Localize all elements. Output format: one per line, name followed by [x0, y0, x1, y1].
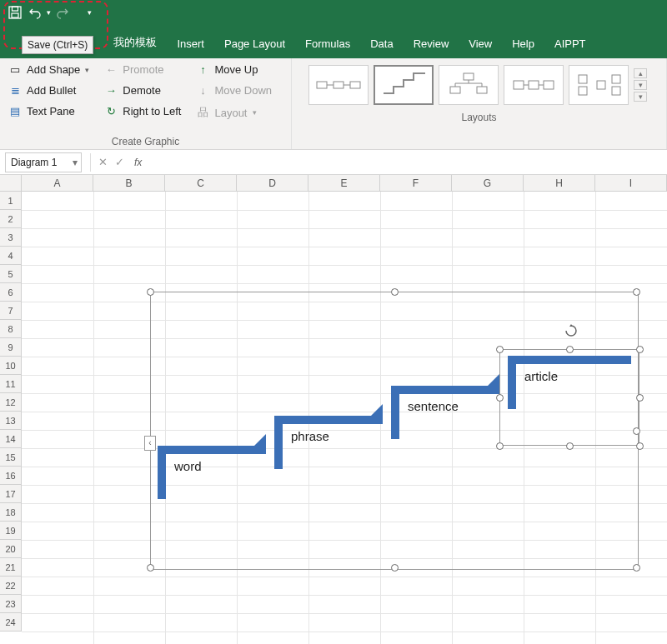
row-header[interactable]: 3: [0, 228, 22, 247]
svg-rect-19: [579, 87, 587, 95]
name-box[interactable]: Diagram 1 ▾: [5, 152, 82, 172]
selection-handle[interactable]: [633, 288, 640, 296]
enter-formula-button[interactable]: ✓: [111, 156, 128, 168]
step-shape[interactable]: [274, 416, 283, 469]
move-up-button[interactable]: ↑ Move Up: [194, 62, 273, 77]
row-header[interactable]: 19: [0, 522, 22, 540]
selection-handle[interactable]: [147, 564, 154, 572]
row-header[interactable]: 4: [0, 247, 22, 265]
smartart-diagram[interactable]: ‹ word phrase sentence article: [150, 292, 639, 570]
tab-page-layout[interactable]: Page Layout: [214, 31, 295, 58]
layout-button[interactable]: 品 Layout ▾: [194, 103, 273, 122]
gallery-more[interactable]: ▾: [634, 92, 647, 102]
row-header[interactable]: 23: [0, 595, 22, 613]
tab-templates[interactable]: 我的模板: [103, 28, 167, 58]
rtl-button[interactable]: ↻ Right to Left: [103, 103, 183, 119]
text-pane-label: Text Pane: [27, 105, 75, 117]
selection-handle[interactable]: [636, 394, 644, 402]
col-header[interactable]: C: [165, 175, 237, 192]
row-header[interactable]: 21: [0, 558, 22, 577]
tab-help[interactable]: Help: [502, 31, 544, 58]
row-header[interactable]: 11: [0, 375, 22, 393]
col-header[interactable]: H: [524, 175, 595, 192]
row-header[interactable]: 8: [0, 320, 22, 338]
row-header[interactable]: 7: [0, 302, 22, 320]
selection-handle[interactable]: [566, 442, 574, 450]
tab-insert[interactable]: Insert: [167, 31, 214, 58]
row-header[interactable]: 18: [0, 503, 22, 522]
row-header[interactable]: 17: [0, 485, 22, 503]
undo-dropdown-icon[interactable]: ▾: [45, 8, 53, 17]
row-header[interactable]: 24: [0, 613, 22, 632]
step-shape[interactable]: [391, 386, 499, 394]
row-header[interactable]: 14: [0, 430, 22, 448]
rotate-handle-icon[interactable]: [564, 324, 578, 337]
tab-review[interactable]: Review: [404, 31, 459, 58]
step-shape[interactable]: [158, 446, 166, 499]
gallery-item-2[interactable]: [374, 65, 434, 105]
selection-handle[interactable]: [636, 346, 644, 353]
selection-handle[interactable]: [496, 394, 504, 402]
text-pane-button[interactable]: ▤ Text Pane: [7, 103, 91, 119]
col-header[interactable]: D: [237, 175, 308, 192]
text-pane-toggle[interactable]: ‹: [144, 436, 156, 451]
shape-selection[interactable]: [499, 349, 639, 446]
gallery-item-5[interactable]: [569, 65, 629, 105]
row-header[interactable]: 20: [0, 540, 22, 558]
add-bullet-button[interactable]: ≣ Add Bullet: [7, 82, 91, 98]
svg-rect-8: [464, 73, 474, 80]
step-shape[interactable]: [274, 416, 383, 424]
col-header[interactable]: F: [380, 175, 452, 192]
col-header[interactable]: B: [93, 175, 165, 192]
row-header[interactable]: 9: [0, 338, 22, 357]
promote-button[interactable]: ← Promote: [103, 62, 183, 77]
row-header[interactable]: 6: [0, 283, 22, 302]
row-header[interactable]: 22: [0, 577, 22, 595]
selection-handle[interactable]: [496, 346, 504, 353]
row-header[interactable]: 5: [0, 265, 22, 283]
gallery-scroll-down[interactable]: ▾: [634, 80, 647, 90]
selection-handle[interactable]: [496, 442, 504, 450]
selection-handle[interactable]: [391, 564, 399, 572]
undo-button[interactable]: [25, 2, 45, 22]
col-header[interactable]: I: [595, 175, 667, 192]
cancel-formula-button[interactable]: ✕: [94, 156, 111, 168]
selection-handle[interactable]: [147, 288, 154, 296]
step-shape[interactable]: [391, 386, 399, 439]
col-header[interactable]: A: [22, 175, 93, 192]
row-header[interactable]: 2: [0, 210, 22, 228]
fx-label[interactable]: fx: [128, 157, 142, 168]
column-headers[interactable]: A B C D E F G H I: [22, 175, 667, 192]
row-header[interactable]: 12: [0, 393, 22, 412]
selection-handle[interactable]: [566, 346, 574, 353]
save-button[interactable]: [5, 2, 25, 22]
gallery-item-4[interactable]: [504, 65, 564, 105]
selection-handle[interactable]: [636, 442, 644, 450]
tab-aippt[interactable]: AIPPT: [544, 31, 596, 58]
row-header[interactable]: 1: [0, 192, 22, 210]
redo-button[interactable]: [53, 2, 73, 22]
qat-customize-icon[interactable]: ▾: [73, 8, 92, 17]
tab-data[interactable]: Data: [360, 31, 403, 58]
tab-view[interactable]: View: [459, 31, 502, 58]
add-shape-button[interactable]: ▭ Add Shape ▾: [7, 62, 91, 77]
tab-formulas[interactable]: Formulas: [295, 31, 360, 58]
row-header[interactable]: 16: [0, 467, 22, 485]
gallery-item-3[interactable]: [439, 65, 499, 105]
row-header[interactable]: 13: [0, 412, 22, 430]
gallery-item-1[interactable]: [308, 65, 369, 105]
col-header[interactable]: G: [452, 175, 524, 192]
worksheet[interactable]: A B C D E F G H I 1 2 3 4 5 6 7 8 9 10 1…: [0, 175, 667, 644]
demote-button[interactable]: → Demote: [103, 82, 183, 98]
row-header[interactable]: 15: [0, 448, 22, 467]
row-header[interactable]: 10: [0, 357, 22, 375]
step-shape[interactable]: [158, 446, 266, 454]
move-down-button[interactable]: ↓ Move Down: [194, 82, 273, 98]
selection-handle[interactable]: [633, 564, 640, 572]
col-header[interactable]: E: [308, 175, 380, 192]
gallery-scroll-up[interactable]: ▴: [634, 68, 647, 78]
selection-handle[interactable]: [391, 288, 399, 296]
select-all-corner[interactable]: [0, 175, 22, 192]
row-headers[interactable]: 1 2 3 4 5 6 7 8 9 10 11 12 13 14 15 16 1…: [0, 192, 22, 632]
selection-handle[interactable]: [633, 427, 640, 435]
